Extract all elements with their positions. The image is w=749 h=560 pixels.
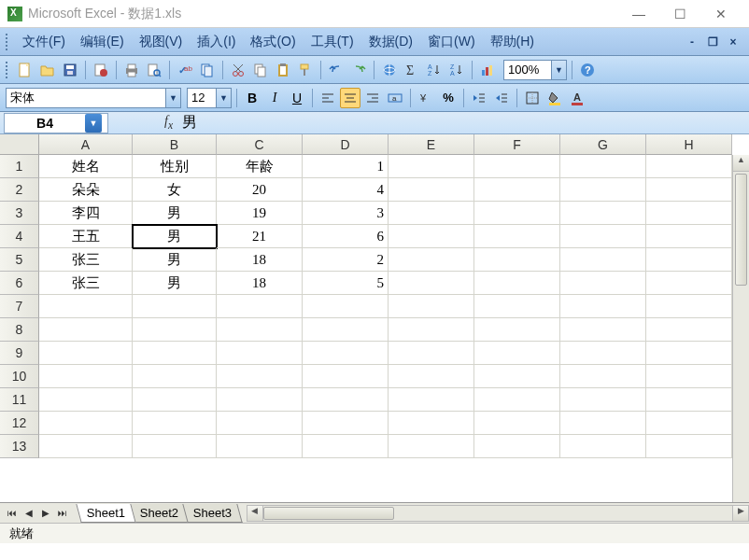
row-header[interactable]: 5 xyxy=(0,248,39,272)
cell[interactable] xyxy=(474,318,560,342)
cell[interactable] xyxy=(303,295,389,318)
save-icon[interactable] xyxy=(60,60,80,80)
format-painter-icon[interactable] xyxy=(295,60,316,80)
cell[interactable] xyxy=(646,412,732,435)
permission-icon[interactable] xyxy=(91,60,111,80)
cell[interactable] xyxy=(474,178,560,202)
cell[interactable] xyxy=(303,388,389,412)
align-right-icon[interactable] xyxy=(362,88,383,108)
dropdown-arrow-icon[interactable]: ▼ xyxy=(165,89,180,107)
vertical-scrollbar[interactable]: ▲ xyxy=(732,155,749,502)
workbook-close-button[interactable]: × xyxy=(725,35,742,49)
cell[interactable]: 6 xyxy=(303,225,389,248)
cell[interactable]: 1 xyxy=(303,155,389,178)
cell[interactable] xyxy=(646,272,732,295)
cell[interactable] xyxy=(133,388,217,412)
cell[interactable]: 李四 xyxy=(39,202,133,225)
chart-wizard-icon[interactable] xyxy=(477,60,498,80)
cell[interactable] xyxy=(560,412,646,435)
first-sheet-icon[interactable]: ⏮ xyxy=(4,505,21,522)
row-header[interactable]: 4 xyxy=(0,225,39,248)
cell[interactable] xyxy=(389,295,474,318)
scroll-right-icon[interactable]: ▶ xyxy=(732,505,749,522)
formula-value[interactable]: 男 xyxy=(182,113,197,133)
sort-asc-icon[interactable]: AZ xyxy=(424,60,445,80)
font-size-input[interactable] xyxy=(188,90,216,106)
help-icon[interactable]: ? xyxy=(577,60,598,80)
next-sheet-icon[interactable]: ▶ xyxy=(37,505,54,522)
align-center-icon[interactable] xyxy=(340,88,360,108)
currency-icon[interactable]: ¥ xyxy=(416,88,436,108)
cell[interactable] xyxy=(389,365,474,388)
cell[interactable]: 5 xyxy=(303,272,389,295)
cell[interactable] xyxy=(133,412,217,435)
row-header[interactable]: 8 xyxy=(0,318,39,342)
merge-center-icon[interactable]: a xyxy=(385,88,405,108)
sort-desc-icon[interactable]: ZA xyxy=(446,60,467,80)
copy-icon[interactable] xyxy=(250,60,271,80)
cell[interactable] xyxy=(560,365,646,388)
row-header[interactable]: 3 xyxy=(0,202,39,225)
cell[interactable]: 王五 xyxy=(39,225,133,248)
cell[interactable]: 张三 xyxy=(39,248,133,272)
cell[interactable] xyxy=(560,435,646,458)
cell[interactable] xyxy=(303,412,389,435)
cell[interactable] xyxy=(303,365,389,388)
cell[interactable]: 性别 xyxy=(133,155,217,178)
cell[interactable] xyxy=(389,272,474,295)
select-all-corner[interactable] xyxy=(0,134,39,155)
cell[interactable]: 20 xyxy=(217,178,303,202)
scroll-thumb[interactable] xyxy=(263,507,394,520)
sheet-tab[interactable]: Sheet1 xyxy=(76,504,136,523)
zoom-dropdown[interactable]: ▼ xyxy=(503,60,567,80)
cell[interactable]: 3 xyxy=(303,202,389,225)
prev-sheet-icon[interactable]: ◀ xyxy=(21,505,37,522)
cell[interactable] xyxy=(217,342,303,365)
cell[interactable] xyxy=(39,365,133,388)
scroll-left-icon[interactable]: ◀ xyxy=(247,505,263,522)
column-header[interactable]: H xyxy=(646,134,732,155)
column-header[interactable]: F xyxy=(474,134,560,155)
cell[interactable] xyxy=(39,318,133,342)
row-header[interactable]: 12 xyxy=(0,412,39,435)
sheet-tab[interactable]: Sheet3 xyxy=(183,504,244,523)
cut-icon[interactable] xyxy=(228,60,248,80)
cell[interactable] xyxy=(217,412,303,435)
cell[interactable] xyxy=(133,342,217,365)
borders-icon[interactable] xyxy=(522,88,543,108)
cell[interactable] xyxy=(389,155,474,178)
cell[interactable] xyxy=(646,155,732,178)
print-icon[interactable] xyxy=(121,60,142,80)
cell[interactable] xyxy=(389,202,474,225)
cell[interactable] xyxy=(560,342,646,365)
cell[interactable] xyxy=(646,178,732,202)
cell[interactable] xyxy=(303,435,389,458)
cell[interactable] xyxy=(474,295,560,318)
dropdown-arrow-icon[interactable]: ▼ xyxy=(216,89,231,107)
menu-file[interactable]: 文件(F) xyxy=(15,30,73,54)
sheet-tab[interactable]: Sheet2 xyxy=(130,504,191,523)
cell[interactable] xyxy=(560,388,646,412)
font-size-dropdown[interactable]: ▼ xyxy=(187,88,232,108)
cell[interactable] xyxy=(560,202,646,225)
horizontal-scrollbar[interactable]: ◀ ▶ xyxy=(247,505,749,522)
undo-icon[interactable] xyxy=(326,60,346,80)
paste-icon[interactable] xyxy=(273,60,293,80)
cell[interactable]: 4 xyxy=(303,178,389,202)
row-header[interactable]: 1 xyxy=(0,155,39,178)
cell[interactable] xyxy=(560,272,646,295)
cell[interactable]: 19 xyxy=(217,202,303,225)
cell[interactable] xyxy=(133,318,217,342)
italic-icon[interactable]: I xyxy=(264,88,285,108)
cell[interactable]: 张三 xyxy=(39,272,133,295)
cell[interactable] xyxy=(474,272,560,295)
cell[interactable]: 2 xyxy=(303,248,389,272)
cell[interactable] xyxy=(474,225,560,248)
cell[interactable] xyxy=(560,318,646,342)
increase-indent-icon[interactable] xyxy=(491,88,512,108)
menu-insert[interactable]: 插入(I) xyxy=(190,30,243,54)
scroll-thumb[interactable] xyxy=(735,174,747,286)
menu-window[interactable]: 窗口(W) xyxy=(420,30,483,54)
cell[interactable]: 女 xyxy=(133,178,217,202)
column-header[interactable]: D xyxy=(303,134,389,155)
